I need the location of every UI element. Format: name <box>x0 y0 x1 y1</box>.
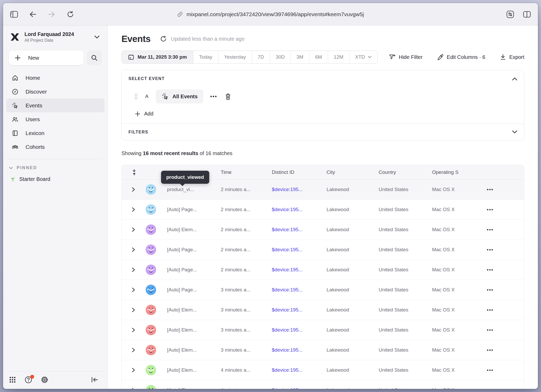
apps-grid-icon[interactable] <box>9 376 16 383</box>
expand-row-icon[interactable] <box>132 347 135 353</box>
distinct-id-link[interactable]: $device:195... <box>272 347 327 353</box>
expand-row-icon[interactable] <box>132 287 135 292</box>
expand-row-icon[interactable] <box>132 307 135 313</box>
date-range-bar: Mar 11, 2025 3:30 pm TodayYesterday7D30D… <box>121 51 524 64</box>
distinct-id-link[interactable]: $device:195... <box>272 367 327 373</box>
expand-row-icon[interactable] <box>132 267 135 272</box>
distinct-id-link[interactable]: $device:195... <box>272 287 327 293</box>
table-row[interactable]: [Auto] Elem... 2 minutes a... $device:19… <box>122 220 524 240</box>
row-actions-button[interactable]: ••• <box>479 287 524 293</box>
collapse-all-icon[interactable] <box>132 169 137 176</box>
distinct-id-link[interactable]: $device:195... <box>272 327 327 333</box>
chevron-down-icon[interactable] <box>512 130 517 134</box>
table-row[interactable]: [Auto] Elem... 4 minutes a... $device:19… <box>122 380 524 389</box>
table-row[interactable]: [Auto] Elem... 3 minutes a... $device:19… <box>122 320 524 340</box>
expand-row-icon[interactable] <box>132 327 135 333</box>
back-button[interactable] <box>29 10 37 19</box>
table-row[interactable]: [Auto] Page... 2 minutes a... $device:19… <box>122 200 524 220</box>
row-actions-button[interactable]: ••• <box>479 207 524 212</box>
sidebar-divider <box>8 159 102 159</box>
date-preset-button[interactable]: 30D <box>270 51 291 63</box>
project-switcher[interactable]: Lord Farquaad 2024 All Project Data <box>6 30 104 44</box>
date-preset-button[interactable]: 12M <box>328 51 349 63</box>
refresh-icon[interactable] <box>160 35 167 42</box>
row-actions-button[interactable]: ••• <box>479 227 524 232</box>
distinct-id-link[interactable]: $device:195... <box>272 387 327 389</box>
expand-row-icon[interactable] <box>132 207 135 212</box>
hide-filter-button[interactable]: Hide Filter <box>389 54 422 60</box>
page-settings-icon[interactable] <box>506 10 514 19</box>
distinct-id-link[interactable]: $device:195... <box>272 267 327 273</box>
pinned-section-toggle[interactable]: PINNED <box>9 166 102 170</box>
address-bar[interactable]: mixpanel.com/project/3472420/view/397469… <box>177 11 364 17</box>
row-actions-button[interactable]: ••• <box>479 247 524 253</box>
xtd-segment[interactable]: XTD <box>349 51 377 63</box>
city-cell: Lakewood <box>327 327 379 333</box>
column-header[interactable]: Country <box>379 169 432 175</box>
distinct-id-link[interactable]: $device:195... <box>272 307 327 313</box>
expand-row-icon[interactable] <box>132 187 135 192</box>
table-row[interactable]: [Auto] Page... 2 minutes a... $device:19… <box>122 240 524 260</box>
collapse-sidebar-icon[interactable] <box>91 377 98 383</box>
row-actions-button[interactable]: ••• <box>479 187 524 192</box>
date-preset-button[interactable]: 6M <box>309 51 328 63</box>
datetime-segment[interactable]: Mar 11, 2025 3:30 pm <box>122 51 193 63</box>
event-avatar-icon <box>146 224 156 235</box>
date-preset-button[interactable]: 7D <box>252 51 270 63</box>
time-cell: 4 minutes a... <box>221 387 272 389</box>
help-icon[interactable] <box>24 376 32 384</box>
distinct-id-link[interactable]: $device:195... <box>272 247 327 253</box>
table-row[interactable]: [Auto] Page... 3 minutes a... $device:19… <box>122 280 524 300</box>
row-actions-button[interactable]: ••• <box>479 267 524 273</box>
row-actions-button[interactable]: ••• <box>479 347 524 353</box>
row-actions-button[interactable]: ••• <box>479 367 524 373</box>
date-preset-button[interactable]: Yesterday <box>218 51 252 63</box>
drag-handle-icon[interactable] <box>134 93 138 100</box>
sidebar-item-lexicon[interactable]: Lexicon <box>6 126 104 140</box>
date-preset-button[interactable]: 3M <box>291 51 309 63</box>
sidebar-item-home[interactable]: Home <box>6 71 104 85</box>
table-row[interactable]: [Auto] Page... 2 minutes a... $device:19… <box>122 260 524 280</box>
chevron-up-icon[interactable] <box>512 77 517 81</box>
sidebar-item-users[interactable]: Users <box>6 112 104 126</box>
add-event-button[interactable]: Add <box>135 111 153 117</box>
os-cell: Mac OS X <box>432 347 479 353</box>
event-options-button[interactable]: ••• <box>210 94 217 100</box>
country-cell: United States <box>379 287 432 293</box>
row-actions-button[interactable]: ••• <box>479 387 524 389</box>
gear-icon[interactable] <box>41 376 48 384</box>
distinct-id-link[interactable]: $device:195... <box>272 187 327 192</box>
select-event-label: SELECT EVENT <box>128 76 165 81</box>
distinct-id-link[interactable]: $device:195... <box>272 227 327 232</box>
expand-row-icon[interactable] <box>132 388 135 389</box>
sidebar-item-discover[interactable]: Discover <box>6 85 104 99</box>
sidebar-item-events[interactable]: Events <box>6 99 104 112</box>
all-events-chip[interactable]: All Events <box>156 89 204 103</box>
sidebar-item-starter-board[interactable]: Starter Board <box>9 176 102 182</box>
distinct-id-link[interactable]: $device:195... <box>272 207 327 212</box>
new-button[interactable]: New <box>9 51 84 65</box>
forward-button[interactable] <box>47 10 56 19</box>
row-actions-button[interactable]: ••• <box>479 307 524 313</box>
reload-button[interactable] <box>66 10 75 19</box>
column-header[interactable]: Operating S <box>432 169 479 175</box>
column-header[interactable]: Distinct ID <box>272 169 327 175</box>
search-button[interactable] <box>87 51 102 65</box>
edit-columns-button[interactable]: Edit Columns · 6 <box>437 54 485 60</box>
trash-icon[interactable] <box>225 93 231 100</box>
export-button[interactable]: Export <box>500 54 524 60</box>
time-cell: 2 minutes a... <box>221 227 272 232</box>
table-row[interactable]: [Auto] Elem... 3 minutes a... $device:19… <box>122 340 524 360</box>
expand-row-icon[interactable] <box>132 227 135 232</box>
column-header[interactable]: Time <box>221 169 272 175</box>
expand-row-icon[interactable] <box>132 368 135 373</box>
expand-row-icon[interactable] <box>132 247 135 252</box>
date-preset-button[interactable]: Today <box>193 51 218 63</box>
table-row[interactable]: [Auto] Elem... 4 minutes a... $device:19… <box>122 360 524 380</box>
row-actions-button[interactable]: ••• <box>479 327 524 333</box>
table-row[interactable]: [Auto] Elem... 3 minutes a... $device:19… <box>122 300 524 320</box>
split-view-icon[interactable] <box>523 10 531 19</box>
column-header[interactable]: City <box>327 169 379 175</box>
sidebar-item-cohorts[interactable]: Cohorts <box>6 140 104 154</box>
sidebar-toggle-icon[interactable] <box>10 10 18 19</box>
